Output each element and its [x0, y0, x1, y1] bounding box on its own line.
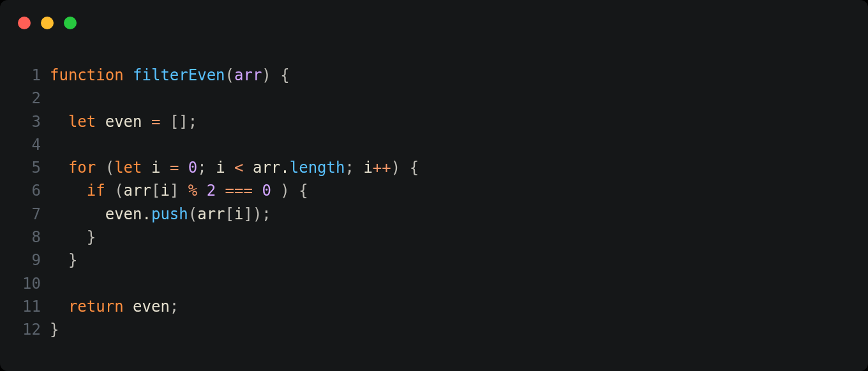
maximize-icon[interactable] [64, 17, 77, 29]
code-line-12: 12 } [19, 318, 849, 341]
code-line-3: 3 let even = []; [19, 110, 849, 133]
line-number: 11 [19, 295, 50, 318]
close-icon[interactable] [18, 17, 31, 29]
line-number: 6 [19, 179, 50, 202]
code-content: } [50, 226, 96, 249]
code-line-4: 4 [19, 133, 849, 156]
code-content: for (let i = 0; i < arr.length; i++) { [50, 156, 419, 179]
line-number: 3 [19, 110, 50, 133]
line-number: 12 [19, 318, 50, 341]
code-line-9: 9 } [19, 249, 849, 272]
code-line-10: 10 [19, 272, 849, 295]
code-window: 1 function filterEven(arr) { 2 3 let eve… [0, 0, 868, 371]
code-line-7: 7 even.push(arr[i]); [19, 203, 849, 226]
code-line-2: 2 [19, 87, 849, 110]
line-number: 7 [19, 203, 50, 226]
line-number: 8 [19, 226, 50, 249]
code-content: return even; [50, 295, 179, 318]
code-content: } [50, 318, 59, 341]
line-number: 4 [19, 133, 50, 156]
code-content: even.push(arr[i]); [50, 203, 271, 226]
minimize-icon[interactable] [41, 17, 54, 29]
traffic-lights [18, 17, 77, 29]
code-line-6: 6 if (arr[i] % 2 === 0 ) { [19, 179, 849, 202]
line-number: 10 [19, 272, 50, 295]
line-number: 2 [19, 87, 50, 110]
line-number: 5 [19, 156, 50, 179]
line-number: 9 [19, 249, 50, 272]
code-line-8: 8 } [19, 226, 849, 249]
line-number: 1 [19, 64, 50, 87]
code-content: let even = []; [50, 110, 197, 133]
code-line-11: 11 return even; [19, 295, 849, 318]
code-editor[interactable]: 1 function filterEven(arr) { 2 3 let eve… [19, 64, 849, 358]
code-line-1: 1 function filterEven(arr) { [19, 64, 849, 87]
code-line-5: 5 for (let i = 0; i < arr.length; i++) { [19, 156, 849, 179]
code-content: } [50, 249, 77, 272]
code-content: function filterEven(arr) { [50, 64, 290, 87]
code-content: if (arr[i] % 2 === 0 ) { [50, 179, 308, 202]
